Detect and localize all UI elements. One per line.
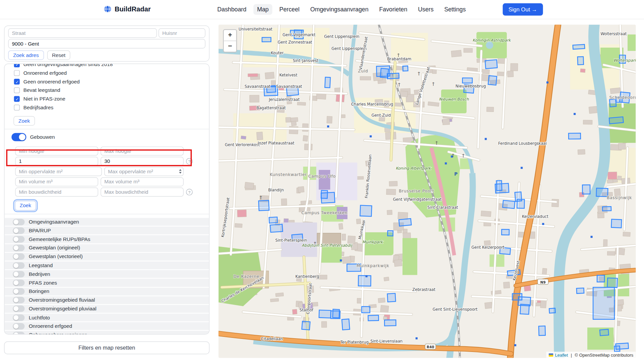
leaflet-link[interactable]: Leaflet bbox=[555, 352, 568, 357]
layer-toggle-overstromingsgebied-pluviaal[interactable] bbox=[13, 306, 25, 312]
layer-toggle-onroerend-erfgoed[interactable] bbox=[13, 323, 25, 329]
highlighted-building-polygon[interactable] bbox=[302, 321, 310, 330]
highlighted-building-polygon[interactable] bbox=[503, 200, 515, 208]
min-hoogte-input[interactable] bbox=[15, 146, 98, 156]
nav-item-settings[interactable]: Settings bbox=[440, 4, 469, 15]
layer-toggle-omgevingsaanvragen[interactable] bbox=[13, 219, 25, 225]
highlighted-building-polygon[interactable] bbox=[270, 224, 283, 232]
highlighted-building-polygon[interactable] bbox=[488, 76, 497, 85]
highlighted-building-polygon[interactable] bbox=[600, 329, 609, 336]
highlighted-building-polygon[interactable] bbox=[331, 311, 340, 319]
highlighted-building-polygon[interactable] bbox=[496, 181, 502, 191]
max-oppervlakte-input[interactable] bbox=[104, 167, 183, 176]
layer-toggle-onbewoonbare-woningen[interactable] bbox=[13, 331, 25, 335]
highlighted-building-polygon[interactable] bbox=[520, 304, 529, 314]
street-input[interactable] bbox=[8, 28, 157, 38]
layer-toggle-bedrijven[interactable] bbox=[13, 271, 25, 278]
highlighted-building-polygon[interactable] bbox=[342, 319, 350, 330]
min-hoogte-value-input[interactable] bbox=[15, 157, 98, 166]
highlighted-building-polygon[interactable] bbox=[578, 57, 584, 65]
map-label: Wolterspark bbox=[613, 58, 636, 63]
highlighted-building-polygon[interactable] bbox=[549, 308, 555, 313]
max-volume-input[interactable] bbox=[101, 177, 183, 186]
checkbox-onroerend-erfgoed[interactable] bbox=[14, 70, 20, 76]
highlighted-building-polygon[interactable] bbox=[615, 343, 628, 349]
map[interactable]: ††††††††† UniversiteitstraatGent Vogelma… bbox=[218, 24, 636, 358]
highlighted-building-polygon[interactable] bbox=[368, 315, 378, 321]
search-address-button[interactable]: Zoek adres bbox=[8, 51, 44, 60]
max-hoogte-input[interactable] bbox=[101, 146, 183, 156]
nav-item-favorieten[interactable]: Favorieten bbox=[375, 4, 411, 15]
highlighted-building-polygon[interactable] bbox=[463, 78, 472, 83]
housenumber-input[interactable] bbox=[159, 28, 206, 38]
zoom-in-button[interactable]: + bbox=[224, 30, 236, 41]
highlighted-building-polygon[interactable] bbox=[362, 307, 370, 313]
nav-item-perceel[interactable]: Perceel bbox=[276, 4, 303, 15]
layer-toggle-bpa-rup[interactable] bbox=[13, 227, 25, 234]
highlighted-building-polygon[interactable] bbox=[569, 133, 581, 139]
layer-toggle-gemeentelijke-rups-bpas[interactable] bbox=[13, 236, 25, 243]
highlighted-building-polygon[interactable] bbox=[485, 60, 497, 69]
filter-search-button[interactable]: Zoek bbox=[13, 116, 35, 126]
zoom-out-button[interactable]: − bbox=[224, 41, 236, 52]
highlighted-building-polygon[interactable] bbox=[325, 77, 330, 88]
city-select[interactable] bbox=[8, 39, 205, 48]
highlighted-building-polygon[interactable] bbox=[573, 45, 585, 49]
highlighted-building-polygon[interactable] bbox=[358, 276, 371, 286]
highlighted-building-polygon[interactable] bbox=[607, 278, 617, 288]
highlighted-building-polygon[interactable] bbox=[384, 320, 396, 326]
min-oppervlakte-input[interactable] bbox=[15, 167, 102, 176]
min-bouwdichtheid-input[interactable] bbox=[15, 188, 98, 197]
highlighted-building-polygon[interactable] bbox=[501, 229, 509, 235]
highlighted-building-polygon[interactable] bbox=[259, 200, 269, 211]
max-hoogte-value-input[interactable] bbox=[101, 157, 183, 166]
highlighted-building-polygon[interactable] bbox=[597, 275, 604, 282]
layer-toggle-gewestplan-vectorieel[interactable] bbox=[13, 253, 25, 260]
gebouwen-toggle[interactable] bbox=[11, 133, 26, 141]
highlighted-building-polygon[interactable] bbox=[517, 199, 524, 208]
nav-item-map[interactable]: Map bbox=[253, 4, 272, 15]
layer-toggle-overstromingsgebied-fluviaal[interactable] bbox=[13, 297, 25, 304]
layer-toggle-pfas-zones[interactable] bbox=[13, 280, 25, 286]
nav-item-users[interactable]: Users bbox=[414, 4, 437, 15]
highlighted-building-polygon[interactable] bbox=[609, 117, 624, 124]
highlighted-building-polygon[interactable] bbox=[596, 188, 608, 196]
highlighted-building-polygon[interactable] bbox=[577, 288, 584, 293]
highlighted-building-polygon[interactable] bbox=[611, 219, 622, 228]
layer-toggle-leegstand[interactable] bbox=[13, 262, 25, 269]
highlighted-building-polygon[interactable] bbox=[269, 217, 277, 223]
checkbox-bedrijfsadres[interactable] bbox=[14, 105, 20, 110]
sign-out-button[interactable]: Sign Out → bbox=[503, 3, 543, 16]
highlighted-building-polygon[interactable] bbox=[593, 287, 614, 319]
highlighted-building-polygon[interactable] bbox=[262, 38, 271, 42]
min-volume-input[interactable] bbox=[15, 177, 98, 186]
highlighted-building-polygon[interactable] bbox=[319, 310, 331, 318]
highlighted-building-polygon[interactable] bbox=[321, 190, 327, 198]
reset-filters-map-button[interactable]: Filters en map resetten bbox=[4, 342, 209, 354]
highlighted-building-polygon[interactable] bbox=[360, 205, 372, 217]
highlighted-building-polygon[interactable] bbox=[380, 68, 389, 78]
number-stepper-icon[interactable] bbox=[179, 169, 181, 173]
checkbox-bevat-leegstand[interactable] bbox=[14, 87, 20, 93]
nav-item-dashboard[interactable]: Dashboard bbox=[214, 4, 250, 15]
checkbox-geen-onroerend-erfgoed[interactable] bbox=[14, 78, 20, 84]
layer-toggle-luchtfoto[interactable] bbox=[13, 314, 25, 321]
highlighted-building-polygon[interactable] bbox=[602, 206, 611, 211]
highlighted-building-polygon[interactable] bbox=[609, 99, 616, 107]
highlighted-building-polygon[interactable] bbox=[539, 326, 545, 336]
max-bouwdichtheid-input[interactable] bbox=[101, 188, 183, 197]
nav-item-omgevingsaanvragen[interactable]: Omgevingsaanvragen bbox=[307, 4, 372, 15]
highlighted-building-polygon[interactable] bbox=[387, 293, 396, 302]
bouwdichtheid-help-icon[interactable]: ? bbox=[186, 189, 193, 195]
highlighted-building-polygon[interactable] bbox=[582, 185, 590, 194]
highlighted-building-polygon[interactable] bbox=[387, 231, 393, 236]
layer-toggle-boringen[interactable] bbox=[13, 288, 25, 295]
building-search-button[interactable]: Zoek bbox=[15, 201, 36, 210]
highlighted-building-polygon[interactable] bbox=[403, 66, 408, 71]
reset-address-button[interactable]: Reset bbox=[47, 51, 70, 60]
checkbox-geen-omgevingsaanvragen-sinds-2018[interactable] bbox=[14, 64, 20, 67]
hoogte-help-icon[interactable]: ? bbox=[186, 158, 193, 165]
layer-toggle-gewestplan-origineel[interactable] bbox=[13, 245, 25, 251]
highlighted-building-polygon[interactable] bbox=[399, 219, 411, 226]
checkbox-niet-in-pfas-zone[interactable] bbox=[14, 96, 20, 102]
